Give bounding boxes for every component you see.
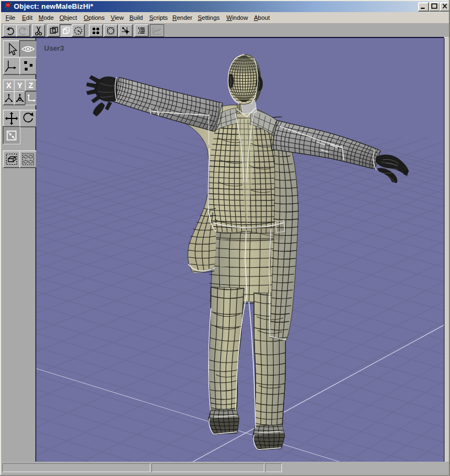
svg-text:User3: User3: [44, 44, 64, 52]
